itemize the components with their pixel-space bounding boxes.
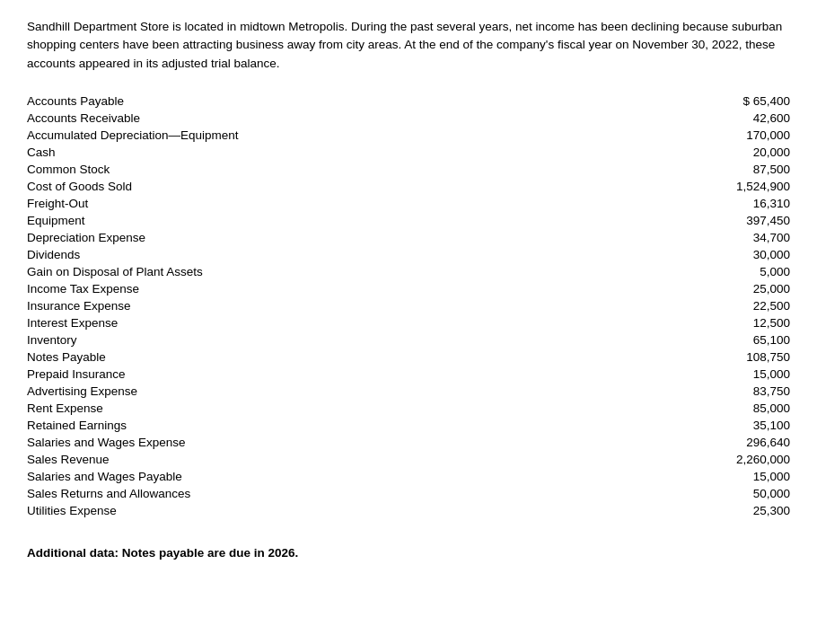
table-row: Gain on Disposal of Plant Assets5,000 [27,263,790,280]
intro-paragraph: Sandhill Department Store is located in … [27,18,790,73]
account-amount: 108,750 [582,348,790,366]
table-row: Depreciation Expense34,700 [27,229,790,246]
account-name: Accounts Payable [27,93,582,110]
account-amount: 15,000 [582,468,790,485]
table-row: Cost of Goods Sold1,524,900 [27,178,790,195]
table-row: Utilities Expense25,300 [27,502,790,519]
account-name: Sales Returns and Allowances [27,485,582,502]
account-name: Accumulated Depreciation—Equipment [27,127,582,144]
account-name: Depreciation Expense [27,229,582,246]
account-amount: 42,600 [582,110,790,127]
account-name: Salaries and Wages Expense [27,434,582,451]
table-row: Salaries and Wages Payable15,000 [27,468,790,485]
account-amount: $ 65,400 [582,93,790,110]
account-name: Inventory [27,331,582,348]
account-amount: 35,100 [582,417,790,434]
account-amount: 16,310 [582,195,790,212]
account-amount: 1,524,900 [582,178,790,195]
account-amount: 87,500 [582,161,790,178]
account-amount: 65,100 [582,331,790,348]
account-name: Interest Expense [27,314,582,331]
account-name: Notes Payable [27,348,582,366]
account-name: Prepaid Insurance [27,366,582,383]
table-row: Cash20,000 [27,144,790,161]
accounts-table: Accounts Payable$ 65,400Accounts Receiva… [27,93,790,519]
account-name: Insurance Expense [27,297,582,314]
account-amount: 12,500 [582,314,790,331]
account-amount: 2,260,000 [582,451,790,468]
account-name: Cost of Goods Sold [27,178,582,195]
account-amount: 25,000 [582,280,790,297]
account-name: Common Stock [27,161,582,178]
account-amount: 5,000 [582,263,790,280]
account-name: Freight-Out [27,195,582,212]
table-row: Equipment397,450 [27,212,790,229]
account-amount: 25,300 [582,502,790,519]
account-name: Retained Earnings [27,417,582,434]
account-name: Advertising Expense [27,383,582,400]
account-name: Gain on Disposal of Plant Assets [27,263,582,280]
account-amount: 50,000 [582,485,790,502]
table-row: Sales Revenue2,260,000 [27,451,790,468]
table-row: Advertising Expense83,750 [27,383,790,400]
table-row: Accumulated Depreciation—Equipment170,00… [27,127,790,144]
account-amount: 296,640 [582,434,790,451]
table-row: Insurance Expense22,500 [27,297,790,314]
table-row: Freight-Out16,310 [27,195,790,212]
account-name: Cash [27,144,582,161]
table-row: Interest Expense12,500 [27,314,790,331]
table-row: Income Tax Expense25,000 [27,280,790,297]
account-amount: 170,000 [582,127,790,144]
account-amount: 20,000 [582,144,790,161]
account-amount: 85,000 [582,400,790,417]
account-name: Accounts Receivable [27,110,582,127]
account-amount: 83,750 [582,383,790,400]
account-name: Sales Revenue [27,451,582,468]
table-row: Inventory65,100 [27,331,790,348]
table-row: Accounts Receivable42,600 [27,110,790,127]
account-name: Salaries and Wages Payable [27,468,582,485]
account-name: Rent Expense [27,400,582,417]
table-row: Accounts Payable$ 65,400 [27,93,790,110]
additional-data: Additional data: Notes payable are due i… [27,546,790,560]
table-row: Prepaid Insurance15,000 [27,366,790,383]
table-row: Dividends30,000 [27,246,790,263]
account-name: Dividends [27,246,582,263]
table-row: Salaries and Wages Expense296,640 [27,434,790,451]
account-amount: 34,700 [582,229,790,246]
account-amount: 22,500 [582,297,790,314]
account-name: Equipment [27,212,582,229]
table-row: Notes Payable108,750 [27,348,790,366]
account-name: Utilities Expense [27,502,582,519]
account-name: Income Tax Expense [27,280,582,297]
account-amount: 397,450 [582,212,790,229]
table-row: Common Stock87,500 [27,161,790,178]
account-amount: 30,000 [582,246,790,263]
account-amount: 15,000 [582,366,790,383]
table-row: Retained Earnings35,100 [27,417,790,434]
table-row: Sales Returns and Allowances50,000 [27,485,790,502]
table-row: Rent Expense85,000 [27,400,790,417]
